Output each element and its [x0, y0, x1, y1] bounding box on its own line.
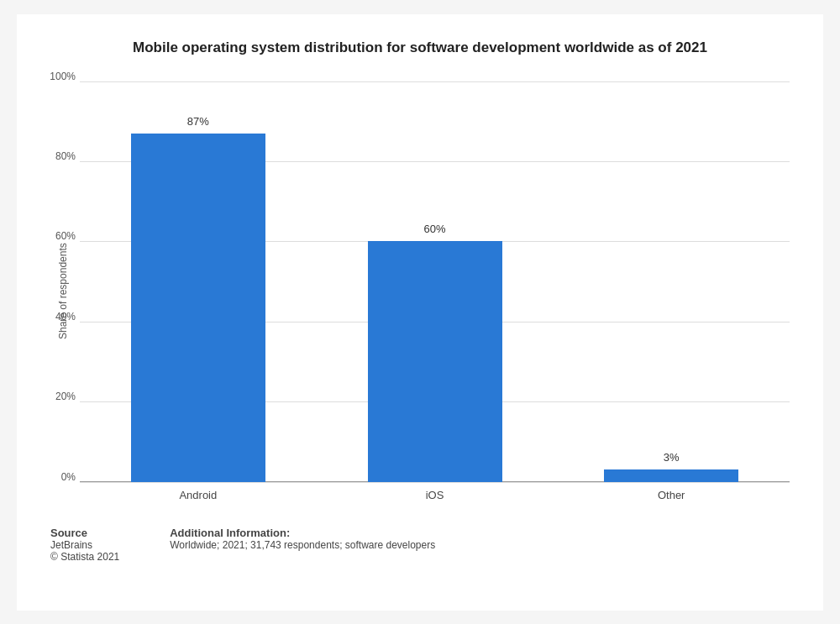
source-title: Source — [50, 527, 119, 539]
grid-label: 60% — [42, 230, 76, 242]
chart-area: Share of respondents 100%80%60%40%20%0%8… — [50, 81, 790, 501]
bar-value-label: 3% — [664, 451, 680, 464]
x-axis-label-android: Android — [80, 489, 317, 501]
bottom-info: Source JetBrains © Statista 2021 Additio… — [50, 527, 790, 563]
grid-label: 100% — [42, 71, 76, 82]
x-axis-label-ios: iOS — [317, 489, 554, 501]
grid-label: 20% — [42, 391, 76, 402]
bar-other: 3% — [604, 469, 738, 481]
x-axis: AndroidiOSOther — [80, 489, 790, 501]
grid-and-bars: 100%80%60%40%20%0%87%60%3% — [80, 81, 790, 482]
source-block: Source JetBrains © Statista 2021 — [50, 527, 119, 563]
bar-group: 87% — [80, 81, 317, 482]
grid-label: 80% — [42, 150, 76, 162]
y-axis-label: Share of respondents — [50, 81, 76, 501]
bar-group: 60% — [317, 81, 554, 482]
grid-label: 40% — [42, 311, 76, 322]
bar-group: 3% — [553, 81, 790, 482]
chart-container: Mobile operating system distribution for… — [17, 14, 823, 611]
source-line-2: © Statista 2021 — [50, 551, 119, 563]
x-axis-label-other: Other — [553, 489, 790, 501]
bar-value-label: 60% — [423, 223, 445, 235]
source-line-1: JetBrains — [50, 539, 119, 551]
chart-inner: 100%80%60%40%20%0%87%60%3% AndroidiOSOth… — [80, 81, 790, 501]
additional-block: Additional Information: Worldwide; 2021;… — [170, 527, 435, 563]
bar-value-label: 87% — [187, 115, 209, 128]
bar-ios: 60% — [368, 241, 502, 481]
bars-container: 87%60%3% — [80, 81, 790, 482]
additional-title: Additional Information: — [170, 527, 435, 539]
grid-label: 0% — [42, 471, 76, 483]
additional-text: Worldwide; 2021; 31,743 respondents; sof… — [170, 539, 435, 551]
grid-line: 0% — [80, 482, 790, 483]
chart-title: Mobile operating system distribution for… — [50, 39, 790, 56]
bar-android: 87% — [131, 134, 265, 482]
